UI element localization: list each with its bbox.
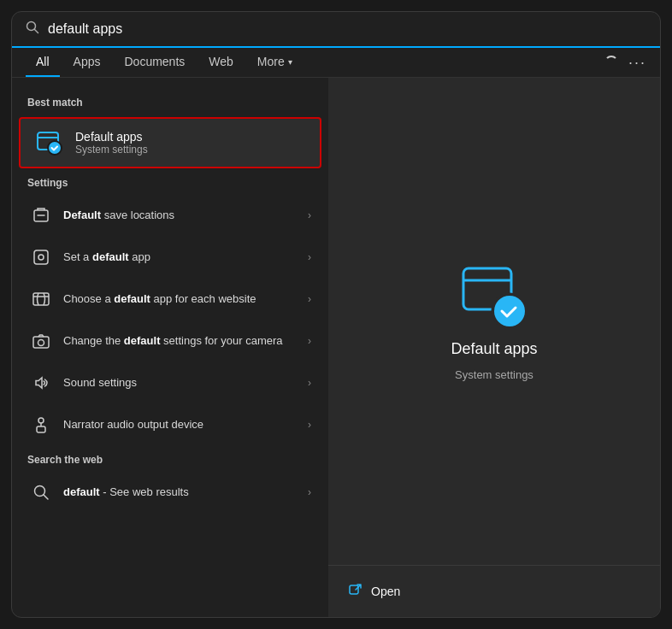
set-default-app-icon (29, 245, 53, 269)
right-panel-app-info: Default apps System settings (328, 78, 660, 565)
chevron-right-icon-2: › (308, 251, 311, 263)
best-match-label: Best match (12, 91, 328, 114)
tabs-right-controls: ··· (604, 54, 646, 72)
chevron-right-icon-5: › (308, 377, 311, 389)
open-action[interactable]: Open (345, 576, 643, 607)
content-area: Best match Default apps System settings (12, 78, 660, 617)
svg-rect-15 (37, 426, 45, 432)
settings-item-text-set-default: Set a default app (63, 250, 298, 265)
best-match-subtitle: System settings (75, 144, 148, 156)
sound-icon (29, 371, 53, 395)
settings-item-text-camera: Change the default settings for your cam… (63, 333, 298, 349)
open-label: Open (371, 585, 400, 598)
settings-item-camera-default[interactable]: Change the default settings for your cam… (15, 320, 325, 362)
narrator-icon (29, 413, 53, 437)
settings-item-web-search[interactable]: default - See web results › (15, 472, 325, 513)
right-panel: Default apps System settings Open (328, 78, 660, 617)
website-default-icon (29, 287, 53, 311)
open-icon (349, 583, 363, 600)
settings-item-text-website: Choose a default app for each website (63, 291, 298, 307)
tab-web[interactable]: Web (198, 48, 244, 77)
app-big-icon (460, 262, 528, 330)
loading-spinner (604, 56, 618, 69)
settings-item-text-web-search: default - See web results (63, 485, 298, 500)
svg-rect-10 (33, 293, 49, 305)
chevron-right-icon-3: › (308, 293, 311, 305)
svg-point-14 (38, 418, 44, 423)
best-match-item[interactable]: Default apps System settings (19, 117, 321, 168)
settings-label: Settings (12, 172, 328, 194)
settings-item-save-locations[interactable]: Default save locations › (15, 195, 325, 236)
chevron-right-icon-6: › (308, 419, 311, 431)
svg-rect-23 (350, 585, 358, 594)
search-input[interactable] (48, 21, 646, 37)
more-options-button[interactable]: ··· (628, 54, 646, 72)
settings-item-text-sound: Sound settings (63, 375, 298, 391)
svg-point-22 (494, 296, 525, 326)
left-panel: Best match Default apps System settings (12, 78, 328, 617)
right-panel-actions: Open (328, 565, 660, 617)
settings-item-set-default[interactable]: Set a default app › (15, 237, 325, 278)
svg-line-1 (35, 30, 38, 33)
settings-item-website-default[interactable]: Choose a default app for each website › (15, 279, 325, 320)
tab-apps[interactable]: Apps (63, 48, 111, 77)
chevron-right-icon: › (308, 209, 311, 221)
app-big-subtitle: System settings (455, 368, 533, 381)
svg-line-18 (44, 495, 48, 499)
search-panel: All Apps Documents Web More ▾ ··· Best m… (11, 11, 661, 618)
tabs-bar: All Apps Documents Web More ▾ ··· (12, 48, 660, 78)
settings-item-sound[interactable]: Sound settings › (15, 362, 325, 403)
search-icon (26, 21, 39, 38)
search-web-label: Search the web (12, 449, 328, 471)
settings-item-text-narrator: Narrator audio output device (63, 417, 298, 432)
save-locations-icon (29, 203, 53, 227)
tab-documents[interactable]: Documents (114, 48, 195, 77)
chevron-right-icon-7: › (308, 486, 311, 498)
svg-rect-8 (34, 250, 48, 264)
default-apps-icon (34, 127, 65, 158)
tab-more[interactable]: More ▾ (247, 48, 303, 77)
search-bar (12, 12, 660, 48)
camera-icon (29, 329, 53, 353)
best-match-text: Default apps System settings (75, 130, 148, 156)
app-big-name: Default apps (451, 340, 537, 358)
svg-point-13 (38, 340, 44, 346)
web-search-icon (29, 480, 53, 504)
svg-point-5 (49, 142, 61, 154)
best-match-title: Default apps (75, 130, 148, 144)
settings-item-narrator[interactable]: Narrator audio output device › (15, 404, 325, 445)
svg-point-9 (38, 255, 44, 260)
chevron-down-icon: ▾ (288, 57, 292, 67)
settings-item-text-save: Default save locations (63, 208, 298, 223)
tab-all[interactable]: All (26, 48, 60, 77)
chevron-right-icon-4: › (308, 335, 311, 347)
